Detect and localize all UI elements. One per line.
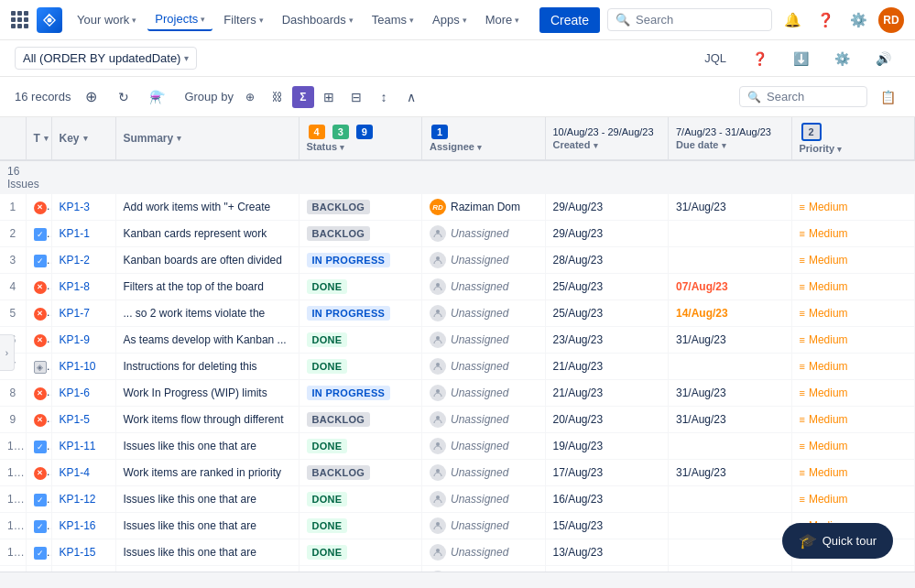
download-icon[interactable]: ⬇️ — [784, 48, 818, 70]
row-key[interactable]: KP1-8 — [51, 274, 115, 300]
row-key[interactable]: KP1-5 — [51, 407, 115, 433]
topnav-dashboards[interactable]: Dashboards ▾ — [275, 9, 361, 30]
row-key[interactable]: KP1-2 — [51, 247, 115, 274]
row-status[interactable]: IN PROGRESS — [299, 300, 422, 327]
notifications-icon[interactable]: 🔔 — [779, 7, 805, 33]
row-key[interactable]: KP1-6 — [51, 380, 115, 407]
row-assignee[interactable]: Unassigned — [422, 407, 546, 433]
row-status[interactable]: DONE — [299, 486, 422, 513]
row-status[interactable]: IN PROGRESS — [299, 380, 422, 407]
row-due-date: 14/Aug/23 — [669, 300, 792, 327]
row-key[interactable]: KP1-13 — [51, 566, 115, 572]
sprint-badge-1: 1 — [431, 125, 448, 139]
col-header-summary[interactable]: Summary ▾ — [115, 117, 299, 160]
row-assignee[interactable]: Unassigned — [422, 327, 546, 354]
topnav-filters[interactable]: Filters ▾ — [216, 9, 270, 30]
row-assignee[interactable]: Unassigned — [422, 513, 546, 539]
group-by-link-icon[interactable]: ⛓ — [265, 84, 290, 110]
more-options-icon[interactable]: ∧ — [398, 84, 424, 110]
jql-button[interactable]: JQL — [695, 48, 735, 69]
topnav-more[interactable]: More ▾ — [478, 9, 528, 30]
col-header-status[interactable]: 4 3 9 Status ▾ — [299, 117, 422, 160]
row-assignee[interactable]: Unassigned — [422, 380, 546, 407]
svg-point-5 — [436, 336, 440, 340]
row-status[interactable]: BACKLOG — [299, 407, 422, 433]
group-by-plus-icon[interactable]: ⊕ — [237, 84, 263, 110]
settings-icon[interactable]: ⚙️ — [825, 48, 859, 70]
search-box[interactable]: 🔍 Search — [607, 8, 772, 31]
row-key[interactable]: KP1-3 — [51, 194, 115, 221]
app-logo[interactable] — [37, 7, 62, 33]
row-status[interactable]: DONE — [299, 539, 422, 566]
quick-tour-button[interactable]: 🎓 Quick tour — [782, 523, 893, 559]
col-header-key[interactable]: Key ▾ — [51, 117, 115, 160]
row-assignee[interactable]: Unassigned — [422, 486, 546, 513]
row-key[interactable]: KP1-1 — [51, 221, 115, 247]
row-summary: Kanban boards are often divided — [115, 247, 299, 274]
columns-icon[interactable]: ⊞ — [316, 84, 342, 110]
topnav-apps[interactable]: Apps ▾ — [425, 9, 474, 30]
user-avatar[interactable]: RD — [878, 7, 904, 33]
filter-select[interactable]: All (ORDER BY updatedDate) ▾ — [15, 47, 197, 70]
sum-icon[interactable]: Σ — [292, 86, 314, 108]
export-icon[interactable]: 📋 — [875, 84, 900, 110]
table-row: 7◈KP1-10Instructions for deleting thisDO… — [0, 354, 915, 380]
row-assignee[interactable]: Unassigned — [422, 433, 546, 460]
table-search[interactable]: 🔍 Search — [739, 86, 867, 107]
grid-icon[interactable] — [11, 11, 29, 29]
row-status[interactable]: DONE — [299, 566, 422, 572]
row-status[interactable]: BACKLOG — [299, 460, 422, 486]
row-summary: Issues like this one that are — [115, 433, 299, 460]
row-status[interactable]: DONE — [299, 513, 422, 539]
add-record-button[interactable]: ⊕ — [78, 84, 103, 110]
row-assignee[interactable]: Unassigned — [422, 300, 546, 327]
row-assignee[interactable]: Unassigned — [422, 354, 546, 380]
row-due-date: 31/Aug/23 — [669, 194, 792, 221]
topnav-your-work[interactable]: Your work ▾ — [70, 9, 144, 30]
row-key[interactable]: KP1-15 — [51, 539, 115, 566]
help-circle-icon[interactable]: ❓ — [743, 48, 777, 70]
grid-view-icon[interactable]: ⊟ — [343, 84, 369, 110]
settings-icon[interactable]: ⚙️ — [845, 7, 871, 33]
row-key[interactable]: KP1-10 — [51, 354, 115, 380]
row-assignee[interactable]: Unassigned — [422, 539, 546, 566]
row-summary: Work items flow through different — [115, 407, 299, 433]
row-assignee[interactable]: Unassigned — [422, 566, 546, 572]
row-assignee[interactable]: RDRaziman Dom — [422, 194, 546, 221]
sort-icon: ▾ — [177, 134, 181, 143]
topnav-teams[interactable]: Teams ▾ — [365, 9, 421, 30]
row-status[interactable]: DONE — [299, 274, 422, 300]
row-status[interactable]: DONE — [299, 433, 422, 460]
row-status[interactable]: BACKLOG — [299, 194, 422, 221]
help-icon[interactable]: ❓ — [812, 7, 838, 33]
row-key[interactable]: KP1-16 — [51, 513, 115, 539]
row-assignee[interactable]: Unassigned — [422, 460, 546, 486]
tour-icon: 🎓 — [799, 532, 817, 550]
row-status[interactable]: DONE — [299, 327, 422, 354]
speaker-icon[interactable]: 🔊 — [866, 48, 900, 70]
refresh-button[interactable]: ↻ — [111, 84, 136, 110]
topnav-projects[interactable]: Projects ▾ — [147, 8, 212, 31]
row-key[interactable]: KP1-4 — [51, 460, 115, 486]
sort-icon[interactable]: ↕ — [371, 84, 397, 110]
row-assignee[interactable]: Unassigned — [422, 247, 546, 274]
filter-button[interactable]: ⚗️ — [144, 84, 169, 110]
row-status[interactable]: BACKLOG — [299, 221, 422, 247]
col-header-assignee[interactable]: 1 Assignee ▾ — [422, 117, 546, 160]
row-assignee[interactable]: Unassigned — [422, 274, 546, 300]
col-header-type[interactable]: T ▾ — [26, 117, 51, 160]
col-header-priority[interactable]: 2 Priority ▾ — [791, 117, 915, 160]
create-button[interactable]: Create — [539, 7, 600, 33]
row-status[interactable]: DONE — [299, 354, 422, 380]
row-assignee[interactable]: Unassigned — [422, 221, 546, 247]
row-key[interactable]: KP1-7 — [51, 300, 115, 327]
row-priority: ≪Lowest — [791, 566, 915, 572]
row-key[interactable]: KP1-12 — [51, 486, 115, 513]
sidebar-toggle-button[interactable]: › — [0, 334, 15, 371]
row-priority: ≡Medium — [791, 247, 915, 274]
row-key[interactable]: KP1-9 — [51, 327, 115, 354]
row-key[interactable]: KP1-11 — [51, 433, 115, 460]
row-type-icon: ✓ — [26, 513, 51, 539]
row-status[interactable]: IN PROGRESS — [299, 247, 422, 274]
row-created: 15/Aug/23 — [545, 513, 669, 539]
